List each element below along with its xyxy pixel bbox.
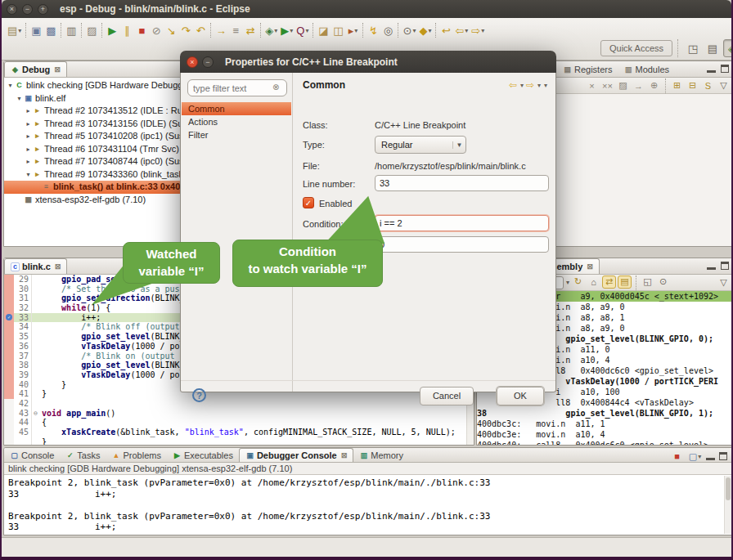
terminate-icon[interactable]: ■ [134,22,149,38]
tab-memory[interactable]: ▥Memory [353,448,409,462]
line-number-input[interactable] [375,175,549,191]
mark-occurrences-icon[interactable]: ▨ [84,22,99,38]
tree-expander-icon[interactable]: ▸ [24,105,33,118]
save-icon[interactable]: ▣ [29,22,43,38]
tab-problems[interactable]: ▲Problems [106,448,166,462]
dialog-minimize-button[interactable]: − [202,56,214,68]
debug-tree-item[interactable]: ▸▸Thread #3 1073413156 (IDLE) (Susp [4,118,182,131]
link-with-debug-view-icon[interactable]: ⊕ [647,79,661,92]
chevron-down-icon[interactable]: ▾ [520,82,524,89]
ignore-count-input[interactable] [375,236,549,253]
dialog-nav-filter[interactable]: Filter [182,128,291,141]
resume-icon[interactable]: ▶ [105,22,119,38]
chevron-down-icon[interactable]: ▾ [537,82,541,89]
tab-registers[interactable]: ▤Registers [557,61,618,77]
chevron-down-icon[interactable]: ▾ [566,279,569,286]
remove-breakpoint-icon[interactable]: × [585,79,599,92]
console-output[interactable]: Breakpoint 2, blink_task (pvParameter=0x… [4,475,732,533]
back-icon[interactable]: ⇦▾ [453,22,470,38]
debug-tree-item[interactable]: ▸▸Thread #6 1073431104 (Tmr Svc) (S [4,143,182,156]
chevron-down-icon[interactable]: ▾ [305,27,308,34]
launch-icon[interactable]: ▸▾ [345,22,360,38]
open-new-view-icon[interactable]: ◱ [641,276,654,289]
window-close-button[interactable]: × [7,4,17,15]
tab-close-icon[interactable]: ⊠ [55,262,61,271]
build-binary-icon[interactable]: ▥ [64,22,79,38]
expand-all-icon[interactable]: ⊞ [670,79,684,92]
debug-tree-item[interactable]: ▾▣blink.elf [4,92,182,105]
type-dropdown[interactable]: Regular ▼ [375,136,466,154]
maximize-icon[interactable] [721,65,729,73]
clear-filter-icon[interactable]: ⊗ [272,83,279,92]
bookmark-icon[interactable]: ◆▾ [417,22,433,38]
help-icon[interactable]: ? [192,388,206,402]
new-wizard-icon[interactable]: ▤▾ [6,22,23,38]
chevron-down-icon[interactable]: ▾ [290,27,293,34]
console-scrollbar[interactable] [724,476,731,534]
collapse-all-icon[interactable]: ⊟ [686,79,699,92]
open-resource-icon[interactable]: ◫ [331,22,345,38]
go-to-file-for-breakpoint-icon[interactable]: → [632,79,645,92]
skip-all-breakpoints-icon[interactable]: S [701,79,715,92]
step-into-icon[interactable]: ↘ [164,22,178,38]
dialog-close-button[interactable]: × [187,56,198,68]
step-over-icon[interactable]: ↷ [178,22,193,38]
tab-close-icon[interactable]: ⊠ [341,451,348,459]
instruction-stepping-icon[interactable]: → [214,22,228,38]
tree-expander-icon[interactable]: ▾ [24,168,33,181]
pin-view-icon[interactable]: ⊙ [656,276,670,289]
window-minimize-button[interactable]: − [22,4,33,15]
refresh-icon[interactable]: ↻ [571,276,585,289]
tab-debugger-console[interactable]: ▣Debugger Console⊠ [239,448,353,462]
last-edit-icon[interactable]: ↩ [438,22,453,38]
chevron-down-icon[interactable]: ▾ [354,27,358,34]
tab-executables[interactable]: ▶Executables [167,448,239,462]
ok-button[interactable]: OK [497,387,544,405]
view-menu-icon[interactable]: ▽ [717,276,731,289]
chevron-down-icon[interactable]: ▾ [412,27,416,34]
chevron-down-icon[interactable]: ▾ [698,453,701,460]
view-menu-icon[interactable]: ▽ [717,79,731,92]
show-source-icon[interactable]: ▤ [618,276,632,289]
terminate-console-icon[interactable]: ■ [670,450,684,463]
flash-icon[interactable]: ↯ [366,22,380,38]
display-selected-console-icon[interactable]: ▢▾ [688,450,702,463]
debug-perspective-icon[interactable]: ◈ [723,39,733,57]
debug-tree-item[interactable]: ▦xtensa-esp32-elf-gdb (7.10) [4,194,182,207]
sync-with-stack-icon[interactable]: ⇄ [602,276,616,289]
cpp-perspective-icon[interactable]: ▤ [704,39,722,57]
debug-tree-item[interactable]: ▾Cblink checking [GDB Hardware Debugging… [4,79,182,92]
debug-tree-item[interactable]: ▸▸Thread #5 1073410208 (ipc1) (Susp [4,130,182,143]
tab-blink-c[interactable]: c blink.c ⊠ [4,258,67,274]
forward-icon[interactable]: ⇨▾ [470,22,486,38]
enabled-checkbox[interactable]: ✓ [303,197,314,208]
chevron-down-icon[interactable]: ▾ [274,27,277,34]
breakpoint-icon[interactable]: ✓ [6,314,12,320]
chevron-down-icon[interactable]: ▾ [18,27,21,34]
tab-close-icon[interactable]: ⊠ [54,65,61,74]
debug-tree-item[interactable]: ▸▸Thread #2 1073413512 (IDLE : Running) [4,105,182,118]
tree-expander-icon[interactable]: ▸ [24,155,33,168]
view-menu-icon[interactable]: ▾ [544,82,547,89]
scrollbar-thumb[interactable] [726,477,731,500]
condition-input[interactable] [375,215,549,231]
debug-icon[interactable]: ◈▾ [263,22,279,38]
home-icon[interactable]: ⌂ [587,276,600,289]
step-return-icon[interactable]: ↶ [193,22,208,38]
tree-expander-icon[interactable]: ▾ [15,92,24,105]
quick-access-button[interactable]: Quick Access [600,40,672,56]
tree-expander-icon[interactable]: ▸ [24,118,33,131]
minimize-icon[interactable] [707,262,716,270]
coverage-icon[interactable]: Q▾ [295,22,310,38]
tab-console[interactable]: ▢Console [4,448,60,462]
show-memory-icon[interactable]: ≡ [228,22,243,38]
dialog-nav-common[interactable]: Common [182,102,291,115]
minimize-icon[interactable] [706,452,715,460]
breakpoint-gutter[interactable]: ✓ [4,313,14,323]
disconnect-icon[interactable]: ⊘ [149,22,164,38]
tree-expander-icon[interactable]: ▸ [24,143,33,156]
debug-tree-item[interactable]: ▾▸Thread #9 1073433360 (blink_task [4,168,182,181]
suspend-icon[interactable]: ∥ [119,22,134,38]
tab-modules[interactable]: ▥Modules [618,61,675,77]
tree-expander-icon[interactable]: ▸ [24,130,33,143]
